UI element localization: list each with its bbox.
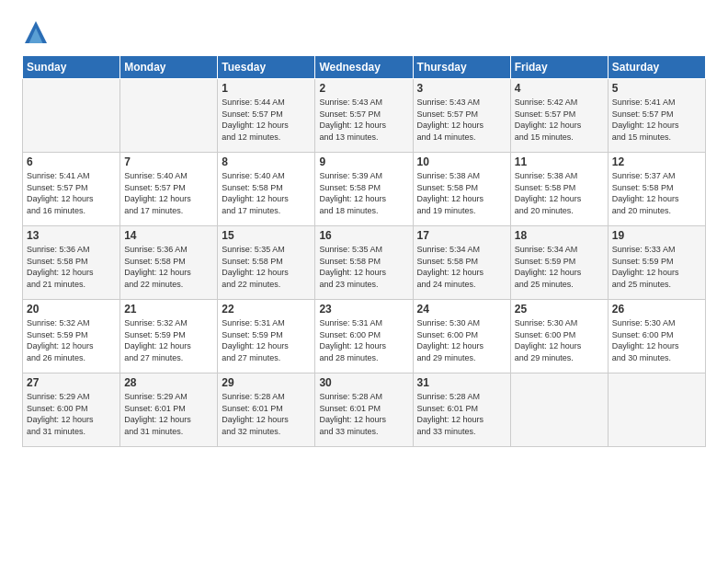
day-cell: 18Sunrise: 5:34 AM Sunset: 5:59 PM Dayli… bbox=[510, 226, 608, 300]
day-cell: 8Sunrise: 5:40 AM Sunset: 5:58 PM Daylig… bbox=[218, 153, 315, 226]
day-info: Sunrise: 5:35 AM Sunset: 5:58 PM Dayligh… bbox=[319, 244, 408, 290]
week-row-4: 27Sunrise: 5:29 AM Sunset: 6:00 PM Dayli… bbox=[23, 373, 706, 447]
day-number: 25 bbox=[515, 303, 604, 316]
day-info: Sunrise: 5:28 AM Sunset: 6:01 PM Dayligh… bbox=[417, 391, 506, 437]
day-info: Sunrise: 5:29 AM Sunset: 6:01 PM Dayligh… bbox=[124, 391, 213, 437]
day-number: 27 bbox=[27, 376, 116, 389]
logo bbox=[22, 18, 53, 46]
day-number: 31 bbox=[417, 376, 506, 389]
day-number: 14 bbox=[124, 229, 213, 242]
day-info: Sunrise: 5:40 AM Sunset: 5:58 PM Dayligh… bbox=[222, 170, 311, 216]
day-number: 3 bbox=[417, 82, 506, 95]
calendar-table: SundayMondayTuesdayWednesdayThursdayFrid… bbox=[22, 55, 706, 447]
day-info: Sunrise: 5:33 AM Sunset: 5:59 PM Dayligh… bbox=[612, 244, 701, 290]
day-cell: 21Sunrise: 5:32 AM Sunset: 5:59 PM Dayli… bbox=[120, 300, 218, 373]
day-cell: 11Sunrise: 5:38 AM Sunset: 5:58 PM Dayli… bbox=[510, 153, 608, 226]
day-info: Sunrise: 5:31 AM Sunset: 5:59 PM Dayligh… bbox=[222, 317, 311, 363]
day-cell: 22Sunrise: 5:31 AM Sunset: 5:59 PM Dayli… bbox=[218, 300, 315, 373]
day-info: Sunrise: 5:34 AM Sunset: 5:59 PM Dayligh… bbox=[515, 244, 604, 290]
day-cell: 5Sunrise: 5:41 AM Sunset: 5:57 PM Daylig… bbox=[608, 79, 705, 153]
day-number: 5 bbox=[612, 82, 701, 95]
day-number: 1 bbox=[222, 82, 311, 95]
day-cell: 4Sunrise: 5:42 AM Sunset: 5:57 PM Daylig… bbox=[510, 79, 608, 153]
day-cell: 28Sunrise: 5:29 AM Sunset: 6:01 PM Dayli… bbox=[120, 373, 218, 447]
day-info: Sunrise: 5:35 AM Sunset: 5:58 PM Dayligh… bbox=[222, 244, 311, 290]
day-info: Sunrise: 5:36 AM Sunset: 5:58 PM Dayligh… bbox=[124, 244, 213, 290]
logo-icon bbox=[22, 18, 50, 46]
day-cell bbox=[608, 373, 705, 447]
header-cell-tuesday: Tuesday bbox=[218, 56, 315, 79]
day-info: Sunrise: 5:37 AM Sunset: 5:58 PM Dayligh… bbox=[612, 170, 701, 216]
header-row: SundayMondayTuesdayWednesdayThursdayFrid… bbox=[23, 56, 706, 79]
day-cell: 31Sunrise: 5:28 AM Sunset: 6:01 PM Dayli… bbox=[413, 373, 510, 447]
header-cell-thursday: Thursday bbox=[413, 56, 510, 79]
day-number: 21 bbox=[124, 303, 213, 316]
header-cell-sunday: Sunday bbox=[23, 56, 120, 79]
day-info: Sunrise: 5:28 AM Sunset: 6:01 PM Dayligh… bbox=[222, 391, 311, 437]
day-cell bbox=[120, 79, 218, 153]
day-cell: 10Sunrise: 5:38 AM Sunset: 5:58 PM Dayli… bbox=[413, 153, 510, 226]
day-cell: 2Sunrise: 5:43 AM Sunset: 5:57 PM Daylig… bbox=[315, 79, 413, 153]
week-row-1: 6Sunrise: 5:41 AM Sunset: 5:57 PM Daylig… bbox=[23, 153, 706, 226]
day-number: 24 bbox=[417, 303, 506, 316]
day-number: 20 bbox=[27, 303, 116, 316]
day-cell: 19Sunrise: 5:33 AM Sunset: 5:59 PM Dayli… bbox=[608, 226, 705, 300]
day-cell: 26Sunrise: 5:30 AM Sunset: 6:00 PM Dayli… bbox=[608, 300, 705, 373]
day-number: 19 bbox=[612, 229, 701, 242]
header-cell-monday: Monday bbox=[120, 56, 218, 79]
day-cell: 14Sunrise: 5:36 AM Sunset: 5:58 PM Dayli… bbox=[120, 226, 218, 300]
day-info: Sunrise: 5:31 AM Sunset: 6:00 PM Dayligh… bbox=[319, 317, 408, 363]
day-info: Sunrise: 5:30 AM Sunset: 6:00 PM Dayligh… bbox=[417, 317, 506, 363]
day-number: 8 bbox=[222, 155, 311, 168]
day-info: Sunrise: 5:39 AM Sunset: 5:58 PM Dayligh… bbox=[319, 170, 408, 216]
day-number: 22 bbox=[222, 303, 311, 316]
day-info: Sunrise: 5:41 AM Sunset: 5:57 PM Dayligh… bbox=[27, 170, 116, 216]
day-info: Sunrise: 5:32 AM Sunset: 5:59 PM Dayligh… bbox=[27, 317, 116, 363]
day-number: 28 bbox=[124, 376, 213, 389]
day-number: 16 bbox=[319, 229, 408, 242]
day-number: 26 bbox=[612, 303, 701, 316]
day-info: Sunrise: 5:30 AM Sunset: 6:00 PM Dayligh… bbox=[515, 317, 604, 363]
header bbox=[22, 18, 706, 46]
week-row-0: 1Sunrise: 5:44 AM Sunset: 5:57 PM Daylig… bbox=[23, 79, 706, 153]
day-number: 12 bbox=[612, 155, 701, 168]
day-cell: 1Sunrise: 5:44 AM Sunset: 5:57 PM Daylig… bbox=[218, 79, 315, 153]
day-info: Sunrise: 5:43 AM Sunset: 5:57 PM Dayligh… bbox=[417, 97, 506, 143]
day-cell: 17Sunrise: 5:34 AM Sunset: 5:58 PM Dayli… bbox=[413, 226, 510, 300]
day-cell: 6Sunrise: 5:41 AM Sunset: 5:57 PM Daylig… bbox=[23, 153, 120, 226]
day-cell: 13Sunrise: 5:36 AM Sunset: 5:58 PM Dayli… bbox=[23, 226, 120, 300]
day-cell: 12Sunrise: 5:37 AM Sunset: 5:58 PM Dayli… bbox=[608, 153, 705, 226]
day-cell: 27Sunrise: 5:29 AM Sunset: 6:00 PM Dayli… bbox=[23, 373, 120, 447]
day-info: Sunrise: 5:32 AM Sunset: 5:59 PM Dayligh… bbox=[124, 317, 213, 363]
day-number: 17 bbox=[417, 229, 506, 242]
day-cell: 30Sunrise: 5:28 AM Sunset: 6:01 PM Dayli… bbox=[315, 373, 413, 447]
header-cell-saturday: Saturday bbox=[608, 56, 705, 79]
day-number: 30 bbox=[319, 376, 408, 389]
day-number: 6 bbox=[27, 155, 116, 168]
header-cell-friday: Friday bbox=[510, 56, 608, 79]
day-info: Sunrise: 5:43 AM Sunset: 5:57 PM Dayligh… bbox=[319, 97, 408, 143]
page: SundayMondayTuesdayWednesdayThursdayFrid… bbox=[0, 0, 728, 465]
day-cell: 15Sunrise: 5:35 AM Sunset: 5:58 PM Dayli… bbox=[218, 226, 315, 300]
day-cell bbox=[510, 373, 608, 447]
day-cell: 23Sunrise: 5:31 AM Sunset: 6:00 PM Dayli… bbox=[315, 300, 413, 373]
day-cell: 9Sunrise: 5:39 AM Sunset: 5:58 PM Daylig… bbox=[315, 153, 413, 226]
day-info: Sunrise: 5:30 AM Sunset: 6:00 PM Dayligh… bbox=[612, 317, 701, 363]
day-info: Sunrise: 5:28 AM Sunset: 6:01 PM Dayligh… bbox=[319, 391, 408, 437]
day-number: 7 bbox=[124, 155, 213, 168]
day-cell: 29Sunrise: 5:28 AM Sunset: 6:01 PM Dayli… bbox=[218, 373, 315, 447]
day-number: 15 bbox=[222, 229, 311, 242]
day-cell: 16Sunrise: 5:35 AM Sunset: 5:58 PM Dayli… bbox=[315, 226, 413, 300]
day-info: Sunrise: 5:38 AM Sunset: 5:58 PM Dayligh… bbox=[417, 170, 506, 216]
header-cell-wednesday: Wednesday bbox=[315, 56, 413, 79]
day-number: 13 bbox=[27, 229, 116, 242]
day-cell: 7Sunrise: 5:40 AM Sunset: 5:57 PM Daylig… bbox=[120, 153, 218, 226]
day-info: Sunrise: 5:38 AM Sunset: 5:58 PM Dayligh… bbox=[515, 170, 604, 216]
day-info: Sunrise: 5:29 AM Sunset: 6:00 PM Dayligh… bbox=[27, 391, 116, 437]
day-info: Sunrise: 5:42 AM Sunset: 5:57 PM Dayligh… bbox=[515, 97, 604, 143]
week-row-3: 20Sunrise: 5:32 AM Sunset: 5:59 PM Dayli… bbox=[23, 300, 706, 373]
day-number: 4 bbox=[515, 82, 604, 95]
day-cell: 24Sunrise: 5:30 AM Sunset: 6:00 PM Dayli… bbox=[413, 300, 510, 373]
week-row-2: 13Sunrise: 5:36 AM Sunset: 5:58 PM Dayli… bbox=[23, 226, 706, 300]
day-info: Sunrise: 5:36 AM Sunset: 5:58 PM Dayligh… bbox=[27, 244, 116, 290]
